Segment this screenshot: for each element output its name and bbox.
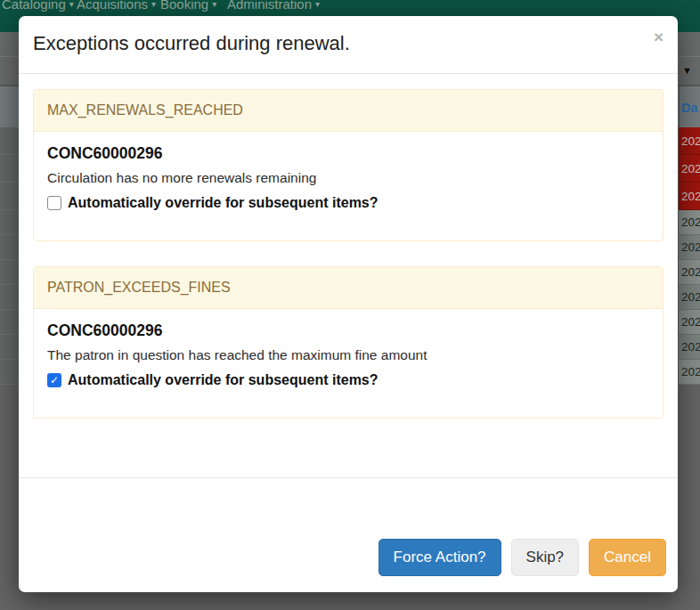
exception-panel-body: CONC60000296 Circulation has no more ren… [34, 132, 663, 240]
dialog-title: Exceptions occurred during renewal. [33, 32, 663, 55]
override-checkbox[interactable]: ✓ [47, 373, 61, 387]
due-date-cell: 202 [679, 235, 700, 260]
due-date-cell: 202 [679, 285, 700, 310]
menu-label: Acquisitions [77, 0, 148, 12]
due-date-cell: 202 [679, 260, 700, 285]
due-date-cell: 202 [679, 127, 700, 155]
chevron-down-icon: ▾ [212, 0, 216, 9]
renewal-exceptions-dialog: Exceptions occurred during renewal. × MA… [19, 16, 678, 592]
exception-code: PATRON_EXCEEDS_FINES [34, 267, 663, 309]
skip-button[interactable]: Skip? [511, 539, 580, 576]
column-header-date: Da [681, 101, 698, 115]
column-picker-caret-icon: ▼ [682, 66, 692, 76]
due-date-cell: 202 [679, 335, 700, 360]
due-date-cell: 202 [679, 310, 700, 335]
due-date-cell: 202 [679, 155, 700, 183]
close-icon[interactable]: × [654, 28, 663, 45]
exception-panel-patron-fines: PATRON_EXCEEDS_FINES CONC60000296 The pa… [33, 266, 663, 419]
dialog-footer: Force Action? Skip? Cancel [19, 477, 678, 592]
chevron-down-icon: ▾ [315, 0, 320, 9]
exception-panel-max-renewals: MAX_RENEWALS_REACHED CONC60000296 Circul… [33, 89, 663, 241]
menu-label: Cataloging [2, 0, 66, 12]
dialog-header: Exceptions occurred during renewal. × [19, 16, 678, 74]
menu-cataloging[interactable]: Cataloging▾ [2, 0, 74, 12]
menu-acquisitions[interactable]: Acquisitions▾ [77, 0, 156, 12]
override-label[interactable]: Automatically override for subsequent it… [68, 195, 378, 211]
menu-booking[interactable]: Booking▾ [160, 0, 216, 12]
override-checkbox[interactable] [47, 196, 61, 210]
item-barcode: CONC60000296 [47, 144, 649, 163]
exception-code: MAX_RENEWALS_REACHED [34, 90, 663, 132]
override-row: Automatically override for subsequent it… [47, 195, 649, 211]
due-date-cell: 202 [679, 360, 700, 385]
exception-panel-body: CONC60000296 The patron in question has … [34, 309, 663, 418]
item-barcode: CONC60000296 [47, 321, 649, 340]
due-date-cell: 202 [679, 210, 700, 235]
chevron-down-icon: ▾ [69, 0, 74, 9]
cancel-button[interactable]: Cancel [589, 539, 666, 576]
exception-message: The patron in question has reached the m… [47, 347, 649, 363]
exception-message: Circulation has no more renewals remaini… [47, 170, 649, 186]
menu-administration[interactable]: Administration▾ [227, 0, 320, 12]
menu-label: Booking [160, 0, 208, 12]
menu-label: Administration [227, 0, 312, 12]
dialog-body: MAX_RENEWALS_REACHED CONC60000296 Circul… [19, 74, 678, 477]
override-label[interactable]: Automatically override for subsequent it… [68, 372, 378, 388]
chevron-down-icon: ▾ [151, 0, 156, 9]
due-date-cell: 202 [679, 183, 700, 210]
force-action-button[interactable]: Force Action? [378, 539, 501, 576]
override-row: ✓ Automatically override for subsequent … [47, 372, 649, 388]
